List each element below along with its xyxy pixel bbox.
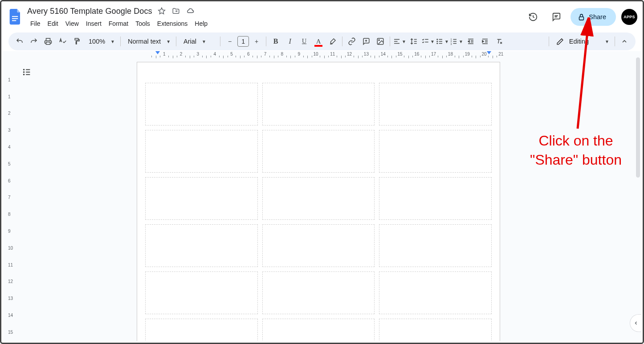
undo-icon[interactable] — [13, 35, 26, 48]
insert-link-icon[interactable] — [345, 35, 359, 48]
svg-text:3: 3 — [451, 43, 452, 45]
zoom-dropdown[interactable]: 100%▼ — [84, 35, 118, 48]
menu-insert[interactable]: Insert — [83, 18, 105, 29]
label-cell[interactable] — [379, 319, 492, 341]
paint-format-icon[interactable] — [70, 35, 83, 48]
header-bar: Avery 5160 Template Google Docs File Edi… — [1, 1, 643, 30]
comments-icon[interactable] — [547, 8, 565, 26]
svg-point-15 — [437, 43, 438, 44]
increase-font-icon[interactable]: + — [250, 35, 263, 48]
svg-point-33 — [24, 69, 24, 70]
underline-button[interactable]: U — [298, 35, 311, 48]
italic-button[interactable]: I — [283, 35, 297, 48]
label-cell[interactable] — [262, 271, 375, 314]
decrease-indent-icon[interactable] — [464, 35, 477, 48]
label-cell[interactable] — [262, 130, 375, 173]
label-cell[interactable] — [379, 271, 492, 314]
label-cell[interactable] — [262, 224, 375, 267]
label-cell[interactable] — [145, 224, 258, 267]
cloud-status-icon[interactable] — [185, 6, 195, 16]
label-cell[interactable] — [145, 83, 258, 125]
insert-image-icon[interactable] — [374, 35, 387, 48]
move-folder-icon[interactable] — [171, 6, 181, 16]
font-dropdown[interactable]: Arial▼ — [179, 35, 217, 48]
label-cell[interactable] — [145, 319, 258, 341]
chevron-down-icon: ▼ — [166, 39, 171, 44]
text-color-button[interactable]: A — [312, 35, 325, 48]
label-grid — [145, 83, 492, 341]
pencil-icon — [556, 38, 564, 45]
history-icon[interactable] — [524, 8, 542, 26]
svg-rect-1 — [12, 18, 18, 19]
menu-tools[interactable]: Tools — [132, 18, 153, 29]
svg-point-14 — [437, 41, 438, 42]
decrease-font-icon[interactable]: − — [223, 35, 236, 48]
svg-point-35 — [24, 74, 24, 75]
account-avatar[interactable]: APPS — [621, 9, 637, 25]
label-cell[interactable] — [262, 177, 375, 220]
label-cell[interactable] — [379, 130, 492, 173]
share-label: Share — [589, 13, 606, 20]
insert-comment-icon[interactable] — [359, 35, 373, 48]
lock-icon — [578, 13, 585, 21]
bold-button[interactable]: B — [269, 35, 282, 48]
spellcheck-icon[interactable] — [56, 35, 69, 48]
menu-bar: File Edit View Insert Format Tools Exten… — [27, 18, 211, 29]
menu-extensions[interactable]: Extensions — [154, 18, 191, 29]
svg-point-9 — [379, 40, 379, 40]
redo-icon[interactable] — [27, 35, 41, 48]
bullet-list-icon[interactable]: ▼ — [436, 35, 449, 48]
svg-point-34 — [24, 72, 24, 73]
editing-mode-dropdown[interactable]: Editing ▼ — [552, 35, 612, 48]
increase-indent-icon[interactable] — [478, 35, 492, 48]
label-cell[interactable] — [379, 177, 492, 220]
star-icon[interactable] — [157, 6, 167, 16]
label-cell[interactable] — [379, 224, 492, 267]
horizontal-ruler[interactable]: 123456789101112131415161718192021 — [18, 51, 641, 58]
svg-point-13 — [437, 39, 438, 40]
svg-rect-0 — [12, 16, 18, 17]
chevron-down-icon: ▼ — [605, 39, 609, 44]
vertical-scrollbar[interactable] — [636, 57, 640, 178]
document-title[interactable]: Avery 5160 Template Google Docs — [27, 7, 152, 16]
svg-rect-2 — [12, 20, 16, 21]
label-cell[interactable] — [145, 177, 258, 220]
font-size-input[interactable]: 1 — [237, 36, 249, 47]
chevron-down-icon: ▼ — [202, 39, 206, 44]
label-cell[interactable] — [145, 271, 258, 314]
clear-formatting-icon[interactable] — [493, 35, 506, 48]
label-cell[interactable] — [262, 83, 375, 125]
outline-toggle-icon[interactable] — [19, 65, 34, 80]
menu-format[interactable]: Format — [106, 18, 131, 29]
menu-help[interactable]: Help — [192, 18, 211, 29]
label-cell[interactable] — [145, 130, 258, 173]
vertical-ruler[interactable]: 1123456789101112131415 — [3, 58, 18, 341]
paragraph-style-dropdown[interactable]: Normal text▼ — [123, 35, 173, 48]
collapse-toolbar-icon[interactable] — [618, 35, 631, 48]
docs-logo-icon[interactable] — [7, 8, 24, 26]
highlight-button[interactable] — [326, 35, 339, 48]
svg-rect-5 — [579, 16, 584, 20]
checklist-icon[interactable]: ▼ — [421, 35, 435, 48]
menu-view[interactable]: View — [62, 18, 82, 29]
menu-file[interactable]: File — [27, 18, 44, 29]
toolbar: 100%▼ Normal text▼ Arial▼ − 1 + B I U A … — [8, 32, 636, 50]
label-cell[interactable] — [262, 319, 375, 341]
line-spacing-icon[interactable] — [407, 35, 420, 48]
align-button[interactable]: ▼ — [393, 35, 406, 48]
menu-edit[interactable]: Edit — [45, 18, 61, 29]
document-page[interactable] — [137, 62, 500, 341]
label-cell[interactable] — [379, 83, 492, 125]
workspace: 123456789101112131415161718192021 112345… — [3, 51, 641, 341]
print-icon[interactable] — [41, 35, 55, 48]
numbered-list-icon[interactable]: 123▼ — [450, 35, 463, 48]
share-button[interactable]: Share — [571, 8, 616, 26]
chevron-down-icon: ▼ — [110, 39, 115, 44]
